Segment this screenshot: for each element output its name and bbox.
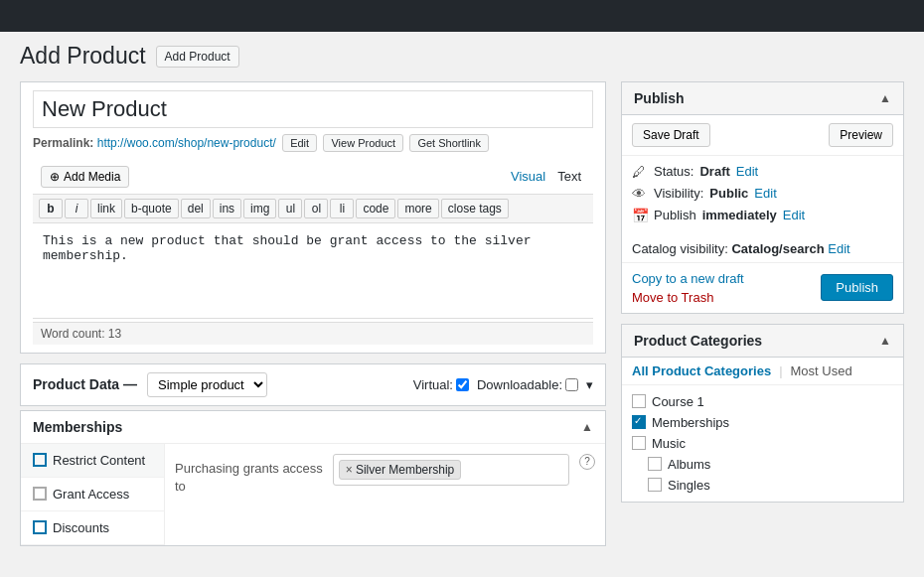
more-button[interactable]: more — [397, 199, 438, 218]
category-label-memberships: Memberships — [652, 415, 729, 430]
preview-button[interactable]: Preview — [829, 123, 893, 147]
downloadable-label: Downloadable: — [477, 377, 578, 392]
silver-membership-tag: × Silver Membership — [339, 460, 461, 480]
visibility-label: Visibility: — [654, 186, 703, 201]
publish-time-label: Publish — [654, 208, 696, 222]
categories-header: Product Categories ▲ — [622, 325, 903, 358]
categories-title: Product Categories — [634, 333, 762, 349]
category-item-music: Music — [632, 433, 893, 454]
page-header: Add Product Add Product — [0, 32, 924, 72]
category-checkbox-singles[interactable] — [648, 478, 662, 492]
publish-button[interactable]: Publish — [821, 274, 893, 301]
status-label: Status: — [654, 164, 693, 179]
category-label-albums: Albums — [668, 457, 710, 472]
restrict-content-icon — [33, 453, 47, 467]
main-column: Permalink: http://woo.com/shop/new-produ… — [20, 81, 606, 546]
restrict-content-row: Purchasing grants accessto × Silver Memb… — [175, 454, 595, 496]
catalog-visibility-value: Catalog/search — [731, 241, 824, 256]
get-shortlink-button[interactable]: Get Shortlink — [409, 134, 489, 152]
product-categories-box: Product Categories ▲ All Product Categor… — [621, 324, 904, 503]
publish-footer-left: Copy to a new draft Move to Trash — [632, 271, 744, 305]
publish-time-edit-link[interactable]: Edit — [783, 208, 805, 222]
tab-most-used[interactable]: Most Used — [791, 363, 852, 378]
editor-top-bar: ⊕ Add Media Visual Text — [33, 160, 593, 195]
bquote-button[interactable]: b-quote — [124, 199, 179, 218]
move-trash-link[interactable]: Move to Trash — [632, 290, 713, 305]
product-data-label: Product Data — — [33, 376, 137, 392]
side-column: Publish ▲ Save Draft Preview 🖊 Status: D… — [621, 81, 904, 546]
word-count-label: Word count: — [41, 327, 104, 341]
category-item-albums: Albums — [632, 454, 893, 475]
link-button[interactable]: link — [90, 199, 122, 218]
sidebar-item-grant-access[interactable]: Grant Access — [21, 478, 164, 511]
category-label-singles: Singles — [668, 478, 710, 493]
visibility-row: 👁 Visibility: Public Edit — [632, 186, 893, 202]
categories-collapse-icon[interactable]: ▲ — [879, 334, 891, 348]
category-checkbox-albums[interactable] — [648, 457, 662, 471]
virtual-checkbox[interactable] — [456, 378, 469, 391]
grant-access-label: Grant Access — [53, 487, 129, 502]
code-button[interactable]: code — [356, 199, 395, 218]
downloadable-label-text: Downloadable: — [477, 377, 562, 392]
ul-button[interactable]: ul — [278, 199, 302, 218]
bold-button[interactable]: b — [39, 199, 63, 218]
editor-content[interactable]: This is a new product that should be gra… — [33, 223, 593, 319]
format-bar: b i link b-quote del ins img ul ol li co… — [33, 195, 593, 223]
memberships-sidebar: Restrict Content Grant Access Discounts — [21, 444, 165, 545]
status-edit-link[interactable]: Edit — [736, 164, 758, 179]
membership-tag-input[interactable]: × Silver Membership — [333, 454, 569, 486]
content-area: Permalink: http://woo.com/shop/new-produ… — [0, 72, 924, 556]
permalink-url[interactable]: http://woo.com/shop/new-product/ — [97, 136, 276, 150]
category-label-music: Music — [652, 436, 686, 451]
view-product-button[interactable]: View Product — [323, 134, 403, 152]
page-title: Add Product — [20, 42, 146, 72]
help-icon[interactable]: ? — [579, 454, 595, 470]
close-tags-button[interactable]: close tags — [441, 199, 509, 218]
status-icon: 🖊 — [632, 164, 648, 180]
add-product-button[interactable]: Add Product — [156, 46, 239, 68]
italic-button[interactable]: i — [65, 199, 88, 218]
publish-box: Publish ▲ Save Draft Preview 🖊 Status: D… — [621, 81, 904, 314]
category-checkbox-course1[interactable] — [632, 394, 646, 408]
publish-time-row: 📅 Publish immediately Edit — [632, 208, 893, 223]
category-item-singles: Singles — [632, 475, 893, 496]
categories-tab-divider: | — [779, 363, 782, 378]
downloadable-checkbox[interactable] — [565, 378, 578, 391]
memberships-header: Memberships ▲ — [21, 411, 605, 444]
publish-collapse-icon[interactable]: ▲ — [879, 91, 891, 105]
visibility-value: Public — [709, 186, 748, 201]
category-checkbox-music[interactable] — [632, 436, 646, 450]
img-button[interactable]: img — [243, 199, 276, 218]
tab-all-categories[interactable]: All Product Categories — [632, 363, 771, 378]
visual-tab[interactable]: Visual — [507, 167, 549, 186]
li-button[interactable]: li — [330, 199, 354, 218]
product-title-input[interactable] — [33, 90, 593, 128]
catalog-visibility-row: Catalog visibility: Catalog/search Edit — [622, 237, 903, 262]
ol-button[interactable]: ol — [304, 199, 328, 218]
publish-meta: 🖊 Status: Draft Edit 👁 Visibility: Publi… — [622, 156, 903, 237]
status-value: Draft — [699, 164, 729, 179]
ins-button[interactable]: ins — [213, 199, 241, 218]
visibility-edit-link[interactable]: Edit — [754, 186, 776, 201]
purchasing-grants-label: Purchasing grants accessto — [175, 454, 323, 496]
memberships-title: Memberships — [33, 419, 122, 435]
category-checkbox-memberships[interactable] — [632, 415, 646, 429]
edit-permalink-button[interactable]: Edit — [282, 134, 317, 152]
catalog-visibility-edit-link[interactable]: Edit — [828, 241, 849, 256]
add-media-button[interactable]: ⊕ Add Media — [41, 166, 129, 188]
product-type-select[interactable]: Simple product — [147, 372, 267, 397]
memberships-collapse-icon[interactable]: ▲ — [581, 420, 593, 434]
category-label-course1: Course 1 — [652, 394, 704, 409]
del-button[interactable]: del — [181, 199, 211, 218]
memberships-body: Restrict Content Grant Access Discounts — [21, 444, 605, 545]
save-draft-button[interactable]: Save Draft — [632, 123, 710, 147]
sidebar-item-restrict-content[interactable]: Restrict Content — [21, 444, 164, 478]
category-item-course1: Course 1 — [632, 391, 893, 412]
memberships-content-area: Purchasing grants accessto × Silver Memb… — [165, 444, 605, 545]
expand-icon: ▾ — [586, 377, 593, 392]
tag-remove-icon[interactable]: × — [346, 463, 353, 477]
sidebar-item-discounts[interactable]: Discounts — [21, 511, 164, 545]
text-tab[interactable]: Text — [553, 167, 585, 186]
copy-draft-link[interactable]: Copy to a new draft — [632, 271, 744, 286]
discounts-icon — [33, 520, 47, 534]
